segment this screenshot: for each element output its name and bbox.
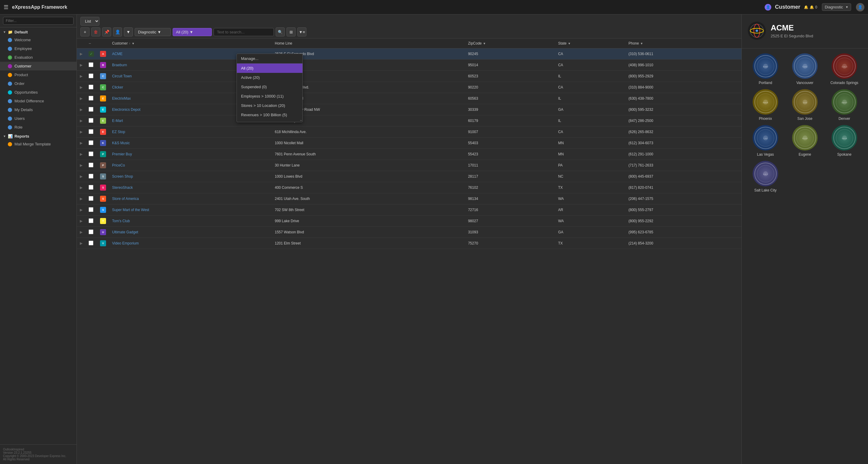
table-row[interactable]: ▶ E EZ Stop 618 Michillinda Ave. 91007 C…	[77, 127, 741, 138]
row-checkbox[interactable]	[89, 85, 93, 90]
row-checkbox[interactable]	[89, 196, 93, 201]
col-phone-header[interactable]: Phone ▼	[625, 38, 741, 48]
sidebar-item-model-difference[interactable]: Model Difference	[0, 97, 76, 105]
filter-dropdown[interactable]: All (20) ▼	[173, 28, 212, 36]
row-expand-cell[interactable]: ▶	[77, 216, 86, 227]
row-expand-cell[interactable]: ▶	[77, 93, 86, 104]
col-state-header[interactable]: State ▼	[555, 38, 625, 48]
expand-icon[interactable]: ▶	[80, 219, 83, 223]
row-checkbox[interactable]	[89, 96, 93, 101]
search-input[interactable]	[214, 28, 274, 36]
row-checkbox[interactable]	[89, 118, 93, 123]
menu-item-stores-gt-10[interactable]: Stores > 10 Location (20)	[237, 101, 303, 110]
pin-button[interactable]: 📌	[102, 27, 111, 36]
delete-button[interactable]: 🗑	[91, 27, 100, 36]
filter-icon[interactable]: ▼	[483, 42, 486, 45]
expand-icon[interactable]: ▶	[80, 241, 83, 245]
table-row[interactable]: ▶ S Screen Shop 1000 Lowes Blvd 28117 NC…	[77, 171, 741, 182]
table-row[interactable]: ▶ K K&S Music 1000 Nicollet Mall 55403 M…	[77, 138, 741, 149]
expand-icon[interactable]: ▶	[80, 130, 83, 134]
filter-icon[interactable]: ▼	[132, 42, 135, 45]
expand-icon[interactable]: ▶	[80, 63, 83, 67]
table-row[interactable]: ▶ E ElectrixMax 263 Shuman Blvd 60563 IL…	[77, 93, 741, 104]
expand-icon[interactable]: ▶	[80, 119, 83, 123]
row-checkbox[interactable]	[89, 218, 93, 223]
view-select[interactable]: List	[81, 17, 99, 26]
row-expand-cell[interactable]: ▶	[77, 104, 86, 115]
row-checkbox[interactable]	[89, 152, 93, 156]
table-row[interactable]: ▶ V Video Emporium 1201 Elm Street 75270…	[77, 238, 741, 249]
row-expand-cell[interactable]: ▶	[77, 193, 86, 204]
diagnostic-filter[interactable]: Diagnostic ▼	[135, 28, 171, 36]
filter-icon[interactable]: ▼	[568, 42, 570, 45]
sidebar-filter-input[interactable]	[3, 17, 73, 25]
sidebar-item-employee[interactable]: Employee	[0, 44, 76, 53]
col-customer-header[interactable]: Customer ↑ ▼	[109, 38, 272, 48]
sidebar-item-role[interactable]: Role	[0, 123, 76, 132]
expand-icon[interactable]: ▶	[80, 52, 83, 56]
table-row[interactable]: ▶ P PriceCo 30 Hunter Lane 17011 PA (717…	[77, 160, 741, 171]
person-button[interactable]: 👤	[113, 27, 122, 36]
sidebar-group-reports-header[interactable]: ▼ 📊 Reports	[0, 132, 76, 140]
sidebar-item-welcome[interactable]: Welcome	[0, 36, 76, 44]
col-homeline-header[interactable]: Home Line	[272, 38, 465, 48]
filter-icon[interactable]: ▼	[640, 42, 643, 45]
row-checkbox[interactable]	[89, 163, 93, 167]
expand-icon[interactable]: ▶	[80, 141, 83, 145]
menu-item-active[interactable]: Active (20)	[237, 73, 303, 82]
hamburger-icon[interactable]: ☰	[4, 4, 8, 10]
row-checkbox[interactable]	[89, 140, 93, 145]
table-row[interactable]: ▶ S Super Mart of the West 702 SW 8th St…	[77, 204, 741, 216]
expand-icon[interactable]: ▶	[80, 186, 83, 190]
row-expand-cell[interactable]: ▶	[77, 71, 86, 82]
sidebar-group-default-header[interactable]: ▼ 📁 Default	[0, 27, 76, 36]
expand-icon[interactable]: ▶	[80, 163, 83, 167]
expand-icon[interactable]: ▶	[80, 96, 83, 101]
advanced-filter-button[interactable]: ▼≡	[298, 27, 306, 36]
scrollbar-handle[interactable]	[300, 120, 302, 121]
expand-icon[interactable]: ▶	[80, 230, 83, 234]
row-expand-cell[interactable]: ▶	[77, 82, 86, 93]
table-row[interactable]: ▶ S StereoShack 400 Commerce S 76102 TX …	[77, 182, 741, 193]
row-checkbox[interactable]	[89, 62, 93, 67]
row-expand-cell[interactable]: ▶	[77, 238, 86, 249]
expand-icon[interactable]: ▶	[80, 197, 83, 201]
expand-icon[interactable]: ▶	[80, 74, 83, 78]
expand-icon[interactable]: ▶	[80, 208, 83, 212]
expand-icon[interactable]: ▶	[80, 152, 83, 156]
table-row[interactable]: ▶ C Clicker 1100 W. Artesia Blvd. 90220 …	[77, 82, 741, 93]
row-checkbox[interactable]	[89, 240, 93, 245]
row-checkbox[interactable]	[89, 107, 93, 112]
menu-item-revenues-gt-100b[interactable]: Revenues > 100 Billion (5)	[237, 110, 303, 120]
columns-button[interactable]: ⊞	[286, 27, 296, 36]
menu-item-employees-gt-10000[interactable]: Employess > 10000 (11)	[237, 92, 303, 101]
row-expand-cell[interactable]: ▶	[77, 115, 86, 127]
table-row[interactable]: ▶ P Premier Buy 7601 Penn Avenue South 5…	[77, 149, 741, 160]
row-expand-cell[interactable]: ▶	[77, 48, 86, 60]
table-row[interactable]: ▶ B Braeburn 1 Infinite Loop 95014 CA (4…	[77, 60, 741, 71]
sidebar-item-customer[interactable]: Customer	[0, 62, 76, 70]
sidebar-item-mail-merge-template[interactable]: Mail Merge Template	[0, 140, 76, 148]
row-expand-cell[interactable]: ▶	[77, 182, 86, 193]
row-expand-cell[interactable]: ▶	[77, 171, 86, 182]
row-expand-cell[interactable]: ▶	[77, 160, 86, 171]
notifications-button[interactable]: 🔔 🔔 0	[804, 5, 817, 9]
table-row[interactable]: ▶ C Circuit Town 2200 Court 60523 IL (80…	[77, 71, 741, 82]
row-expand-cell[interactable]: ▶	[77, 204, 86, 216]
table-row[interactable]: ▶ S Store of America 2401 Utah Ave. Sout…	[77, 193, 741, 204]
row-expand-cell[interactable]: ▶	[77, 149, 86, 160]
sidebar-item-order[interactable]: Order	[0, 79, 76, 88]
table-row[interactable]: ▶ ✓ A ACME 2525 E El Segundo Blvd 90245 …	[77, 48, 741, 60]
table-row[interactable]: ▶ E E-Mart 3333 Beverly Rd 60179 IL (847…	[77, 115, 741, 127]
col-zipcode-header[interactable]: ZipCode ▼	[465, 38, 555, 48]
sidebar-item-users[interactable]: Users	[0, 114, 76, 123]
add-button[interactable]: +	[81, 27, 90, 36]
row-expand-cell[interactable]: ▶	[77, 127, 86, 138]
menu-item-manage[interactable]: Manage...	[237, 54, 303, 63]
sidebar-item-product[interactable]: Product	[0, 70, 76, 79]
sidebar-item-evaluation[interactable]: ✓ Evaluation	[0, 53, 76, 62]
row-expand-cell[interactable]: ▶	[77, 138, 86, 149]
more-button[interactable]: ▼	[124, 27, 133, 36]
sidebar-item-opportunities[interactable]: Opportunities	[0, 88, 76, 97]
user-avatar[interactable]: 👤	[856, 3, 864, 11]
